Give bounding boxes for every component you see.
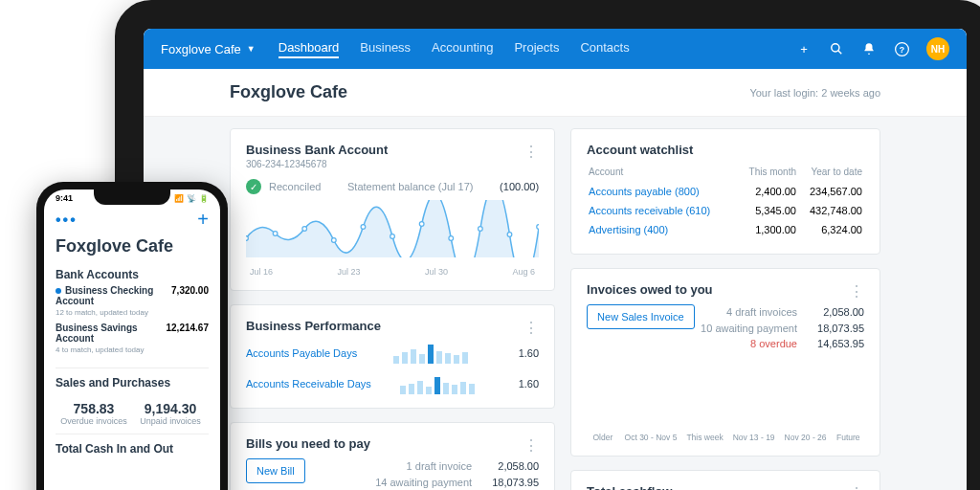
col-header: This month — [739, 167, 796, 181]
main-nav: Dashboard Business Accounting Projects C… — [278, 40, 630, 58]
invoices-bar-chart: Older Oct 30 - Nov 5 This week Nov 13 - … — [587, 366, 864, 442]
svg-point-11 — [449, 236, 454, 241]
card-menu-icon[interactable]: ⋮ — [523, 436, 539, 455]
bills-title: Bills you need to pay — [246, 436, 539, 451]
org-name: Foxglove Cafe — [161, 42, 241, 56]
tablet-frame: Foxglove Cafe ▼ Dashboard Business Accou… — [115, 0, 980, 490]
stat-label: 1 draft invoice — [407, 460, 472, 472]
svg-point-4 — [246, 236, 248, 241]
account-row[interactable]: Business Savings Account4 to match, upda… — [56, 323, 209, 354]
perf-metric-link[interactable]: Accounts Payable Days — [246, 347, 357, 359]
svg-point-0 — [832, 44, 839, 52]
notifications-icon[interactable] — [861, 41, 877, 56]
battery-icon: 🔋 — [199, 194, 209, 203]
reconciled-status: Reconciled — [269, 181, 321, 192]
mini-bar-chart — [393, 343, 468, 364]
card-menu-icon[interactable]: ⋮ — [849, 484, 864, 491]
perf-value: 1.60 — [504, 347, 539, 359]
overdue-invoices-value: 758.83 — [56, 401, 132, 416]
search-icon[interactable] — [829, 41, 844, 56]
perf-title: Business Performance — [246, 319, 539, 333]
chevron-down-icon: ▼ — [247, 44, 256, 54]
stat-label: 4 draft invoices — [726, 306, 797, 318]
table-row: Accounts receivable (610) 5,345.00432,74… — [589, 202, 862, 219]
table-row: Accounts payable (800) 2,400.00234,567.0… — [589, 183, 862, 200]
phone-title: Foxglove Cafe — [44, 234, 220, 264]
phone-cash-title: Total Cash In and Out — [56, 442, 209, 456]
bar-col: Oct 30 - Nov 5 — [625, 429, 678, 442]
card-menu-icon[interactable]: ⋮ — [849, 282, 864, 301]
account-link[interactable]: Advertising (400) — [589, 224, 668, 235]
last-login: Your last login: 2 weeks ago — [749, 87, 880, 99]
phone-sales-title: Sales and Purchases — [56, 376, 209, 390]
perf-value: 1.60 — [504, 378, 539, 390]
unpaid-invoices-value: 9,194.30 — [132, 401, 209, 416]
phone-time: 9:41 — [56, 193, 73, 203]
cashflow-title: Total cashflow — [587, 484, 864, 491]
stat-label: 8 overdue — [750, 338, 797, 349]
bar-col: This week — [686, 429, 723, 442]
signal-icon: 📶 — [174, 194, 184, 203]
bar-col: Nov 20 - 26 — [785, 429, 827, 442]
svg-point-8 — [361, 225, 366, 230]
cashflow-card: ⋮ Total cashflow — [570, 470, 880, 491]
stat-value: 18,073.95 — [479, 475, 539, 491]
svg-point-13 — [507, 233, 512, 237]
phone-frame: 9:41 📶📡🔋 ••• + Foxglove Cafe Bank Accoun… — [36, 182, 228, 490]
new-invoice-button[interactable]: New Sales Invoice — [587, 304, 695, 329]
nav-accounting[interactable]: Accounting — [432, 40, 493, 58]
page-header: Foxglove Cafe Your last login: 2 weeks a… — [144, 69, 967, 117]
mini-bar-chart — [400, 373, 475, 394]
svg-line-1 — [838, 51, 842, 55]
bar-col: Nov 13 - 19 — [733, 429, 775, 442]
unpaid-invoices-label: Unpaid invoices — [132, 416, 209, 426]
stat-value: 14,653.95 — [805, 336, 864, 352]
help-icon[interactable]: ? — [894, 41, 909, 56]
card-menu-icon[interactable]: ⋮ — [523, 319, 539, 337]
nav-dashboard[interactable]: Dashboard — [278, 40, 340, 58]
table-row: Advertising (400) 1,300.006,324.00 — [589, 221, 862, 238]
avatar[interactable]: NH — [926, 37, 949, 60]
phone-menu-icon[interactable]: ••• — [56, 212, 78, 229]
account-link[interactable]: Accounts payable (800) — [589, 186, 700, 197]
bank-account-card: ⋮ Business Bank Account 306-234-12345678… — [230, 128, 555, 291]
perf-metric-link[interactable]: Accounts Receivable Days — [246, 378, 371, 390]
check-icon: ✓ — [246, 179, 261, 194]
svg-point-9 — [390, 234, 395, 239]
add-icon[interactable]: + — [796, 41, 812, 56]
x-label: Jul 23 — [338, 267, 361, 277]
card-menu-icon[interactable]: ⋮ — [523, 143, 539, 161]
stat-value: 18,073.95 — [805, 321, 864, 337]
watchlist-card: Account watchlist Account This month Yea… — [570, 128, 880, 255]
phone-notch — [94, 189, 170, 205]
svg-point-7 — [331, 238, 336, 243]
statement-balance-label: Statement balance (Jul 17) — [347, 181, 473, 192]
bar-col: Future — [836, 429, 860, 442]
x-label: Jul 16 — [250, 267, 273, 277]
svg-point-5 — [273, 232, 278, 236]
statement-balance-value: (100.00) — [500, 181, 539, 192]
business-performance-card: ⋮ Business Performance Accounts Payable … — [230, 304, 555, 409]
balance-sparkline — [246, 200, 539, 257]
stat-label: 14 awaiting payment — [375, 477, 472, 488]
page-title: Foxglove Cafe — [230, 82, 347, 102]
stat-label: 10 awaiting payment — [701, 323, 797, 334]
bank-card-title: Business Bank Account — [246, 143, 539, 157]
bank-account-number: 306-234-12345678 — [246, 159, 539, 169]
stat-value: 2,058.00 — [805, 304, 864, 321]
nav-contacts[interactable]: Contacts — [580, 40, 629, 58]
account-link[interactable]: Accounts receivable (610) — [589, 205, 710, 216]
nav-projects[interactable]: Projects — [514, 40, 559, 58]
svg-point-10 — [419, 222, 424, 227]
svg-point-14 — [537, 225, 539, 230]
nav-business[interactable]: Business — [360, 40, 411, 58]
svg-point-6 — [302, 227, 307, 232]
status-dot-icon — [56, 288, 61, 294]
phone-add-icon[interactable]: + — [197, 209, 209, 231]
x-label: Jul 30 — [425, 267, 448, 277]
new-bill-button[interactable]: New Bill — [246, 458, 305, 483]
svg-point-12 — [479, 227, 483, 232]
account-row[interactable]: Business Checking Account12 to match, up… — [56, 285, 209, 317]
watchlist-title: Account watchlist — [587, 143, 864, 157]
org-picker[interactable]: Foxglove Cafe ▼ — [161, 42, 278, 56]
